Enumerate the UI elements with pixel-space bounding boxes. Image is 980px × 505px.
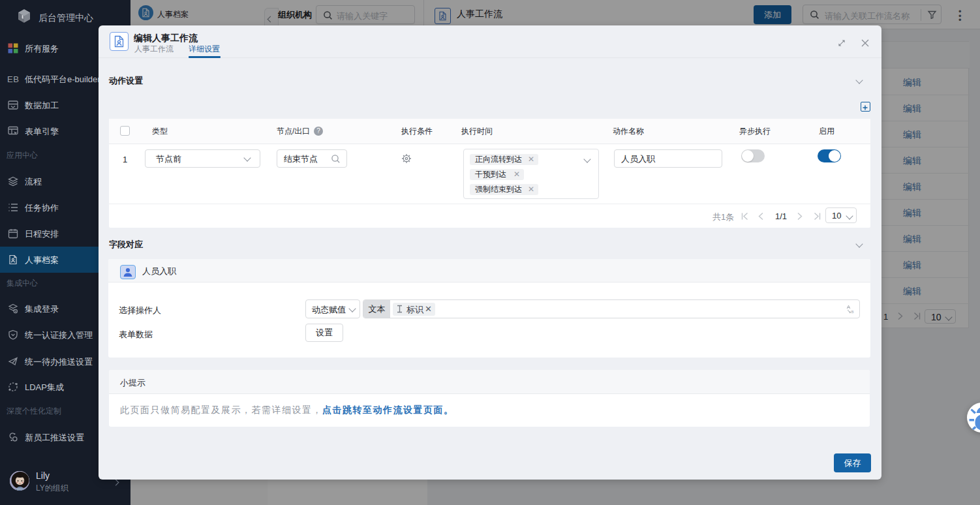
svg-text:B: B — [851, 310, 854, 314]
